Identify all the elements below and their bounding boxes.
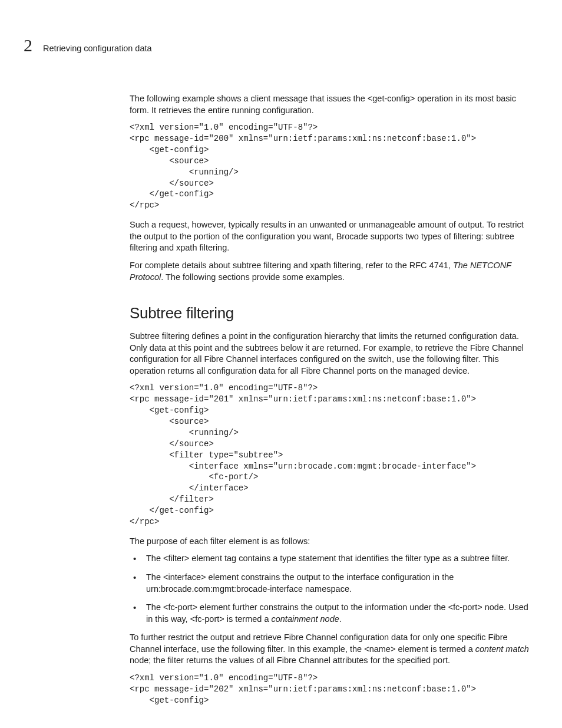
restrict-paragraph: To further restrict the output and retri… [130, 632, 534, 667]
bullet3-post: . [339, 614, 342, 624]
page: 2 Retrieving configuration data The foll… [0, 0, 562, 728]
purpose-paragraph: The purpose of each filter element is as… [130, 536, 534, 548]
bullet-list: The <filter> element tag contains a type… [130, 553, 534, 625]
list-item: The <fc-port> element further constrains… [130, 602, 534, 625]
list-item: The <interface> element constrains the o… [130, 572, 534, 595]
section-heading: Subtree filtering [130, 304, 534, 322]
code-block-1: <?xml version="1.0" encoding="UTF-8"?> <… [130, 122, 534, 211]
running-header: 2 Retrieving configuration data [24, 35, 534, 55]
chapter-number: 2 [24, 35, 32, 55]
restrict-pre: To further restrict the output and retri… [130, 633, 508, 654]
ref-text-post: . The following sections provide some ex… [161, 272, 345, 282]
running-title: Retrieving configuration data [43, 44, 152, 53]
subtree-intro-paragraph: Subtree filtering defines a point in the… [130, 331, 534, 377]
content-column: The following example shows a client mes… [130, 93, 534, 706]
intro-paragraph: The following example shows a client mes… [130, 93, 534, 116]
restrict-post: node; the filter returns the values of a… [130, 655, 450, 665]
restrict-italic: content match [475, 644, 529, 654]
paragraph-after-code1: Such a request, however, typically resul… [130, 219, 534, 254]
code-block-2: <?xml version="1.0" encoding="UTF-8"?> <… [130, 383, 534, 528]
bullet3-italic: containment node [271, 614, 339, 624]
list-item: The <filter> element tag contains a type… [130, 553, 534, 565]
ref-text-pre: For complete details about subtree filte… [130, 261, 453, 270]
reference-paragraph: For complete details about subtree filte… [130, 260, 534, 283]
code-block-3: <?xml version="1.0" encoding="UTF-8"?> <… [130, 673, 534, 706]
